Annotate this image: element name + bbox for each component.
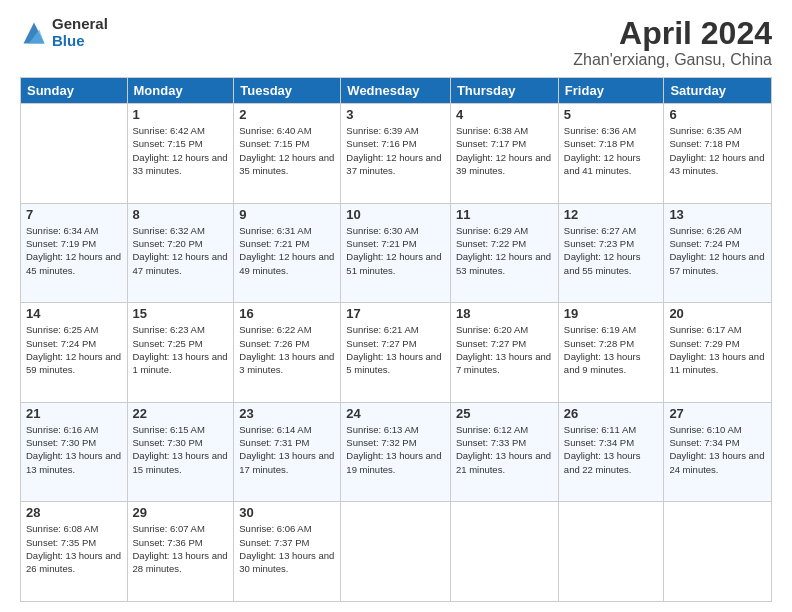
- calendar-cell: 20Sunrise: 6:17 AM Sunset: 7:29 PM Dayli…: [664, 303, 772, 403]
- cell-info: Sunrise: 6:32 AM Sunset: 7:20 PM Dayligh…: [133, 224, 229, 277]
- calendar-cell: 30Sunrise: 6:06 AM Sunset: 7:37 PM Dayli…: [234, 502, 341, 602]
- calendar-week-3: 14Sunrise: 6:25 AM Sunset: 7:24 PM Dayli…: [21, 303, 772, 403]
- calendar-cell: 13Sunrise: 6:26 AM Sunset: 7:24 PM Dayli…: [664, 203, 772, 303]
- cell-day-number: 4: [456, 107, 553, 122]
- calendar-cell: 10Sunrise: 6:30 AM Sunset: 7:21 PM Dayli…: [341, 203, 451, 303]
- calendar-cell: 3Sunrise: 6:39 AM Sunset: 7:16 PM Daylig…: [341, 104, 451, 204]
- calendar-cell: 5Sunrise: 6:36 AM Sunset: 7:18 PM Daylig…: [558, 104, 664, 204]
- logo-blue-text: Blue: [52, 33, 108, 50]
- cell-day-number: 13: [669, 207, 766, 222]
- cell-info: Sunrise: 6:36 AM Sunset: 7:18 PM Dayligh…: [564, 124, 659, 177]
- cell-day-number: 20: [669, 306, 766, 321]
- calendar-header: SundayMondayTuesdayWednesdayThursdayFrid…: [21, 78, 772, 104]
- cell-info: Sunrise: 6:10 AM Sunset: 7:34 PM Dayligh…: [669, 423, 766, 476]
- subtitle: Zhan'erxiang, Gansu, China: [573, 51, 772, 69]
- calendar-cell: [21, 104, 128, 204]
- cell-info: Sunrise: 6:11 AM Sunset: 7:34 PM Dayligh…: [564, 423, 659, 476]
- cell-info: Sunrise: 6:42 AM Sunset: 7:15 PM Dayligh…: [133, 124, 229, 177]
- calendar-cell: 12Sunrise: 6:27 AM Sunset: 7:23 PM Dayli…: [558, 203, 664, 303]
- title-block: April 2024 Zhan'erxiang, Gansu, China: [573, 16, 772, 69]
- calendar-cell: 21Sunrise: 6:16 AM Sunset: 7:30 PM Dayli…: [21, 402, 128, 502]
- logo-general-text: General: [52, 16, 108, 33]
- cell-info: Sunrise: 6:31 AM Sunset: 7:21 PM Dayligh…: [239, 224, 335, 277]
- calendar-table: SundayMondayTuesdayWednesdayThursdayFrid…: [20, 77, 772, 602]
- cell-day-number: 6: [669, 107, 766, 122]
- calendar-cell: 16Sunrise: 6:22 AM Sunset: 7:26 PM Dayli…: [234, 303, 341, 403]
- cell-info: Sunrise: 6:39 AM Sunset: 7:16 PM Dayligh…: [346, 124, 445, 177]
- header-cell-wednesday: Wednesday: [341, 78, 451, 104]
- cell-day-number: 9: [239, 207, 335, 222]
- cell-info: Sunrise: 6:19 AM Sunset: 7:28 PM Dayligh…: [564, 323, 659, 376]
- calendar-cell: 7Sunrise: 6:34 AM Sunset: 7:19 PM Daylig…: [21, 203, 128, 303]
- calendar-cell: [664, 502, 772, 602]
- calendar-week-2: 7Sunrise: 6:34 AM Sunset: 7:19 PM Daylig…: [21, 203, 772, 303]
- header-cell-saturday: Saturday: [664, 78, 772, 104]
- calendar-week-1: 1Sunrise: 6:42 AM Sunset: 7:15 PM Daylig…: [21, 104, 772, 204]
- calendar-cell: 26Sunrise: 6:11 AM Sunset: 7:34 PM Dayli…: [558, 402, 664, 502]
- cell-day-number: 18: [456, 306, 553, 321]
- cell-day-number: 29: [133, 505, 229, 520]
- calendar-cell: [341, 502, 451, 602]
- calendar-cell: 8Sunrise: 6:32 AM Sunset: 7:20 PM Daylig…: [127, 203, 234, 303]
- cell-info: Sunrise: 6:12 AM Sunset: 7:33 PM Dayligh…: [456, 423, 553, 476]
- header-cell-monday: Monday: [127, 78, 234, 104]
- cell-info: Sunrise: 6:16 AM Sunset: 7:30 PM Dayligh…: [26, 423, 122, 476]
- cell-day-number: 5: [564, 107, 659, 122]
- calendar-week-5: 28Sunrise: 6:08 AM Sunset: 7:35 PM Dayli…: [21, 502, 772, 602]
- calendar-cell: 15Sunrise: 6:23 AM Sunset: 7:25 PM Dayli…: [127, 303, 234, 403]
- cell-info: Sunrise: 6:22 AM Sunset: 7:26 PM Dayligh…: [239, 323, 335, 376]
- cell-day-number: 21: [26, 406, 122, 421]
- calendar-cell: 2Sunrise: 6:40 AM Sunset: 7:15 PM Daylig…: [234, 104, 341, 204]
- cell-day-number: 16: [239, 306, 335, 321]
- cell-info: Sunrise: 6:34 AM Sunset: 7:19 PM Dayligh…: [26, 224, 122, 277]
- cell-day-number: 30: [239, 505, 335, 520]
- cell-day-number: 28: [26, 505, 122, 520]
- cell-day-number: 7: [26, 207, 122, 222]
- calendar-cell: 28Sunrise: 6:08 AM Sunset: 7:35 PM Dayli…: [21, 502, 128, 602]
- cell-day-number: 24: [346, 406, 445, 421]
- cell-info: Sunrise: 6:13 AM Sunset: 7:32 PM Dayligh…: [346, 423, 445, 476]
- cell-day-number: 1: [133, 107, 229, 122]
- calendar-cell: 23Sunrise: 6:14 AM Sunset: 7:31 PM Dayli…: [234, 402, 341, 502]
- cell-day-number: 26: [564, 406, 659, 421]
- cell-day-number: 23: [239, 406, 335, 421]
- cell-info: Sunrise: 6:29 AM Sunset: 7:22 PM Dayligh…: [456, 224, 553, 277]
- cell-info: Sunrise: 6:23 AM Sunset: 7:25 PM Dayligh…: [133, 323, 229, 376]
- calendar-week-4: 21Sunrise: 6:16 AM Sunset: 7:30 PM Dayli…: [21, 402, 772, 502]
- logo-icon: [20, 19, 48, 47]
- cell-day-number: 27: [669, 406, 766, 421]
- cell-day-number: 10: [346, 207, 445, 222]
- cell-info: Sunrise: 6:07 AM Sunset: 7:36 PM Dayligh…: [133, 522, 229, 575]
- cell-info: Sunrise: 6:27 AM Sunset: 7:23 PM Dayligh…: [564, 224, 659, 277]
- header-cell-tuesday: Tuesday: [234, 78, 341, 104]
- cell-day-number: 25: [456, 406, 553, 421]
- cell-info: Sunrise: 6:26 AM Sunset: 7:24 PM Dayligh…: [669, 224, 766, 277]
- cell-day-number: 12: [564, 207, 659, 222]
- page: General Blue April 2024 Zhan'erxiang, Ga…: [0, 0, 792, 612]
- cell-info: Sunrise: 6:14 AM Sunset: 7:31 PM Dayligh…: [239, 423, 335, 476]
- cell-info: Sunrise: 6:08 AM Sunset: 7:35 PM Dayligh…: [26, 522, 122, 575]
- cell-day-number: 15: [133, 306, 229, 321]
- calendar-cell: [558, 502, 664, 602]
- main-title: April 2024: [573, 16, 772, 51]
- calendar-cell: 4Sunrise: 6:38 AM Sunset: 7:17 PM Daylig…: [450, 104, 558, 204]
- cell-info: Sunrise: 6:06 AM Sunset: 7:37 PM Dayligh…: [239, 522, 335, 575]
- cell-info: Sunrise: 6:25 AM Sunset: 7:24 PM Dayligh…: [26, 323, 122, 376]
- calendar-cell: [450, 502, 558, 602]
- cell-info: Sunrise: 6:15 AM Sunset: 7:30 PM Dayligh…: [133, 423, 229, 476]
- cell-day-number: 2: [239, 107, 335, 122]
- calendar-cell: 19Sunrise: 6:19 AM Sunset: 7:28 PM Dayli…: [558, 303, 664, 403]
- calendar-cell: 29Sunrise: 6:07 AM Sunset: 7:36 PM Dayli…: [127, 502, 234, 602]
- cell-info: Sunrise: 6:30 AM Sunset: 7:21 PM Dayligh…: [346, 224, 445, 277]
- header-cell-friday: Friday: [558, 78, 664, 104]
- header-row: SundayMondayTuesdayWednesdayThursdayFrid…: [21, 78, 772, 104]
- cell-day-number: 17: [346, 306, 445, 321]
- cell-info: Sunrise: 6:35 AM Sunset: 7:18 PM Dayligh…: [669, 124, 766, 177]
- cell-info: Sunrise: 6:38 AM Sunset: 7:17 PM Dayligh…: [456, 124, 553, 177]
- cell-day-number: 11: [456, 207, 553, 222]
- header-cell-sunday: Sunday: [21, 78, 128, 104]
- calendar-cell: 9Sunrise: 6:31 AM Sunset: 7:21 PM Daylig…: [234, 203, 341, 303]
- calendar-cell: 6Sunrise: 6:35 AM Sunset: 7:18 PM Daylig…: [664, 104, 772, 204]
- cell-info: Sunrise: 6:21 AM Sunset: 7:27 PM Dayligh…: [346, 323, 445, 376]
- header: General Blue April 2024 Zhan'erxiang, Ga…: [20, 16, 772, 69]
